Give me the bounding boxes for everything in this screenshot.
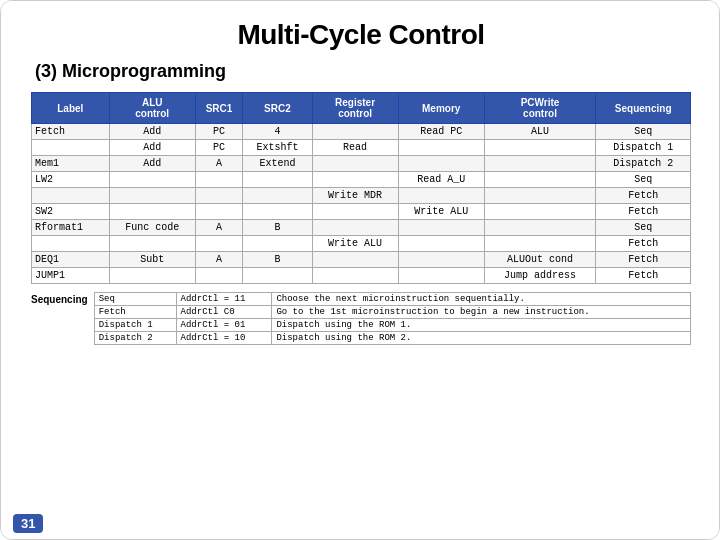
table-header: Sequencing bbox=[596, 93, 691, 124]
sequencing-label: Sequencing bbox=[31, 292, 88, 345]
table-cell bbox=[312, 172, 398, 188]
table-cell: Extend bbox=[243, 156, 312, 172]
table-cell bbox=[312, 156, 398, 172]
table-cell: ALUOut cond bbox=[484, 252, 596, 268]
table-cell: Fetch bbox=[596, 236, 691, 252]
slide: Multi-Cycle Control (3) Microprogramming… bbox=[1, 1, 720, 540]
table-cell: A bbox=[195, 252, 243, 268]
table-cell: LW2 bbox=[32, 172, 110, 188]
table-header: SRC2 bbox=[243, 93, 312, 124]
table-cell bbox=[243, 172, 312, 188]
table-header: ALUcontrol bbox=[109, 93, 195, 124]
table-cell bbox=[109, 188, 195, 204]
table-cell: Read bbox=[312, 140, 398, 156]
table-header: SRC1 bbox=[195, 93, 243, 124]
table-cell: Read A_U bbox=[398, 172, 484, 188]
table-cell bbox=[484, 220, 596, 236]
table-cell: Func code bbox=[109, 220, 195, 236]
table-cell: Add bbox=[109, 140, 195, 156]
table-cell: Fetch bbox=[596, 268, 691, 284]
table-cell bbox=[243, 188, 312, 204]
table-cell: Seq bbox=[596, 172, 691, 188]
table-cell: B bbox=[243, 220, 312, 236]
table-header: Label bbox=[32, 93, 110, 124]
slide-subtitle: (3) Microprogramming bbox=[35, 61, 691, 82]
table-cell bbox=[398, 156, 484, 172]
table-cell: Seq bbox=[596, 220, 691, 236]
table-cell bbox=[398, 268, 484, 284]
table-cell bbox=[195, 188, 243, 204]
table-cell bbox=[109, 236, 195, 252]
table-cell bbox=[32, 140, 110, 156]
table-row: SW2Write ALUFetch bbox=[32, 204, 691, 220]
table-cell: Dispatch 1 bbox=[596, 140, 691, 156]
seq-cell: AddrCtl = 11 bbox=[176, 293, 272, 306]
table-cell bbox=[484, 188, 596, 204]
table-cell bbox=[32, 236, 110, 252]
table-cell bbox=[484, 236, 596, 252]
bottom-section: Sequencing SeqAddrCtl = 11Choose the nex… bbox=[31, 292, 691, 345]
seq-cell: AddrCtl C0 bbox=[176, 306, 272, 319]
table-cell bbox=[484, 172, 596, 188]
table-cell bbox=[195, 268, 243, 284]
table-cell bbox=[109, 268, 195, 284]
seq-row: SeqAddrCtl = 11Choose the next microinst… bbox=[94, 293, 690, 306]
table-cell: Mem1 bbox=[32, 156, 110, 172]
table-cell bbox=[312, 220, 398, 236]
table-cell: Add bbox=[109, 156, 195, 172]
main-table: LabelALUcontrolSRC1SRC2RegistercontrolMe… bbox=[31, 92, 691, 284]
table-cell bbox=[312, 124, 398, 140]
table-cell: Fetch bbox=[596, 204, 691, 220]
table-cell: PC bbox=[195, 140, 243, 156]
seq-cell: AddrCtl = 10 bbox=[176, 332, 272, 345]
seq-cell: Fetch bbox=[94, 306, 176, 319]
table-cell bbox=[398, 236, 484, 252]
table-cell bbox=[484, 140, 596, 156]
table-cell: Jump address bbox=[484, 268, 596, 284]
table-header: Registercontrol bbox=[312, 93, 398, 124]
table-cell bbox=[312, 268, 398, 284]
table-cell bbox=[109, 172, 195, 188]
table-header: PCWritecontrol bbox=[484, 93, 596, 124]
table-cell: Seq bbox=[596, 124, 691, 140]
seq-row: Dispatch 1AddrCtl = 01Dispatch using the… bbox=[94, 319, 690, 332]
table-cell bbox=[484, 156, 596, 172]
seq-table: SeqAddrCtl = 11Choose the next microinst… bbox=[94, 292, 691, 345]
table-cell bbox=[243, 236, 312, 252]
table-cell: Fetch bbox=[596, 188, 691, 204]
table-cell bbox=[195, 172, 243, 188]
table-cell: Fetch bbox=[596, 252, 691, 268]
table-cell: Extshft bbox=[243, 140, 312, 156]
slide-title: Multi-Cycle Control bbox=[31, 19, 691, 51]
table-cell: Write MDR bbox=[312, 188, 398, 204]
table-cell: PC bbox=[195, 124, 243, 140]
table-row: Write MDRFetch bbox=[32, 188, 691, 204]
seq-cell: Go to the 1st microinstruction to begin … bbox=[272, 306, 691, 319]
table-cell bbox=[484, 204, 596, 220]
table-cell: Rformat1 bbox=[32, 220, 110, 236]
table-cell: Read PC bbox=[398, 124, 484, 140]
seq-cell: Dispatch using the ROM 1. bbox=[272, 319, 691, 332]
table-cell bbox=[32, 188, 110, 204]
table-cell: 4 bbox=[243, 124, 312, 140]
table-row: Write ALUFetch bbox=[32, 236, 691, 252]
seq-cell: Choose the next microinstruction sequent… bbox=[272, 293, 691, 306]
seq-cell: Dispatch 2 bbox=[94, 332, 176, 345]
table-cell bbox=[398, 140, 484, 156]
table-row: FetchAddPC4Read PCALUSeq bbox=[32, 124, 691, 140]
seq-cell: Dispatch using the ROM 2. bbox=[272, 332, 691, 345]
table-cell: Dispatch 2 bbox=[596, 156, 691, 172]
table-row: AddPCExtshftReadDispatch 1 bbox=[32, 140, 691, 156]
table-cell: B bbox=[243, 252, 312, 268]
table-cell: A bbox=[195, 156, 243, 172]
table-row: Mem1AddAExtendDispatch 2 bbox=[32, 156, 691, 172]
table-cell: A bbox=[195, 220, 243, 236]
table-cell: Write ALU bbox=[312, 236, 398, 252]
table-cell bbox=[398, 252, 484, 268]
table-cell bbox=[243, 204, 312, 220]
table-cell bbox=[398, 188, 484, 204]
seq-cell: AddrCtl = 01 bbox=[176, 319, 272, 332]
table-cell: Add bbox=[109, 124, 195, 140]
seq-row: Dispatch 2AddrCtl = 10Dispatch using the… bbox=[94, 332, 690, 345]
seq-row: FetchAddrCtl C0Go to the 1st microinstru… bbox=[94, 306, 690, 319]
